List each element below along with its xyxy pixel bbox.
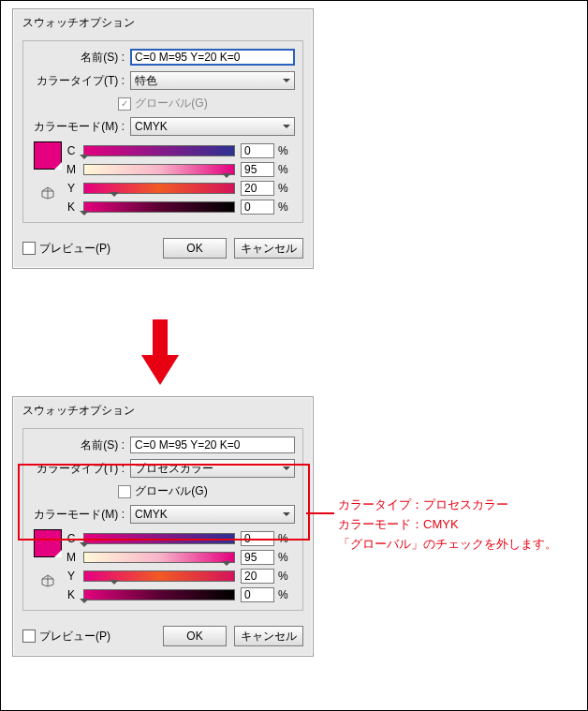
global-checkbox[interactable]: [118, 485, 131, 498]
svg-marker-3: [141, 319, 179, 385]
color-swatch: [34, 529, 62, 557]
colortype-select[interactable]: プロセスカラー: [130, 459, 295, 478]
channel-m-label: M: [65, 163, 78, 176]
colormode-value: CMYK: [135, 508, 168, 521]
slider-k[interactable]: [83, 201, 235, 213]
name-input[interactable]: C=0 M=95 Y=20 K=0: [130, 437, 295, 453]
swatch-options-dialog-before: スウォッチオプション 名前(S) : C=0 M=95 Y=20 K=0 カラー…: [12, 8, 314, 269]
swatch-options-dialog-after: スウォッチオプション 名前(S) : C=0 M=95 Y=20 K=0 カラー…: [12, 396, 314, 657]
channel-y-label: Y: [65, 570, 78, 583]
colormode-select[interactable]: CMYK: [130, 117, 295, 136]
channel-k-label: K: [65, 200, 78, 214]
preview-checkbox[interactable]: [22, 630, 36, 643]
slider-area: C 0 % M 95 % Y 20 % K: [31, 141, 295, 216]
annotation-text: カラータイプ：プロセスカラー カラーモード：CMYK 「グローバル」のチェックを…: [338, 496, 557, 554]
value-y[interactable]: 20: [241, 181, 274, 196]
ok-button[interactable]: OK: [163, 626, 227, 646]
color-swatch: [34, 141, 62, 170]
annotation-line1: カラータイプ：プロセスカラー: [338, 496, 557, 515]
value-k[interactable]: 0: [241, 200, 274, 215]
value-m[interactable]: 95: [241, 550, 274, 565]
ok-button[interactable]: OK: [163, 238, 227, 259]
cancel-button[interactable]: キャンセル: [234, 626, 303, 646]
slider-m[interactable]: [83, 164, 235, 175]
out-of-gamut-icon: [41, 574, 54, 587]
cancel-button[interactable]: キャンセル: [234, 238, 303, 259]
colortype-value: プロセスカラー: [135, 461, 213, 477]
colormode-value: CMYK: [135, 120, 168, 133]
colormode-label: カラーモード(M) :: [31, 507, 130, 523]
out-of-gamut-icon: [41, 186, 54, 200]
pct: %: [274, 163, 295, 176]
colormode-label: カラーモード(M) :: [31, 119, 130, 135]
slider-y[interactable]: [83, 570, 235, 582]
global-label: グローバル(G): [135, 483, 207, 499]
value-c[interactable]: 0: [241, 143, 274, 158]
channel-y-label: Y: [65, 182, 78, 195]
channel-c-label: C: [65, 144, 78, 157]
pct: %: [274, 588, 295, 601]
channel-k-label: K: [65, 588, 78, 601]
colortype-label: カラータイプ(T) :: [31, 461, 130, 477]
pct: %: [274, 551, 295, 564]
global-label: グローバル(G): [135, 96, 207, 111]
preview-label: プレビュー(P): [39, 629, 110, 644]
colortype-label: カラータイプ(T) :: [31, 73, 130, 89]
pct: %: [274, 182, 295, 195]
annotation-connector: [306, 512, 334, 514]
pct: %: [274, 532, 295, 545]
value-y[interactable]: 20: [241, 569, 274, 584]
pct: %: [274, 570, 295, 583]
value-m[interactable]: 95: [241, 162, 274, 177]
preview-label: プレビュー(P): [39, 241, 110, 257]
colortype-select[interactable]: 特色: [130, 71, 295, 90]
slider-c[interactable]: [83, 145, 235, 156]
colortype-value: 特色: [135, 73, 157, 89]
name-label: 名前(S) :: [31, 437, 130, 453]
channel-c-label: C: [65, 532, 78, 545]
annotation-line2: カラーモード：CMYK: [338, 515, 557, 535]
name-input[interactable]: C=0 M=95 Y=20 K=0: [130, 49, 295, 66]
dialog-body: 名前(S) : C=0 M=95 Y=20 K=0 カラータイプ(T) : プロ…: [22, 428, 303, 611]
colormode-select[interactable]: CMYK: [130, 505, 295, 524]
slider-m[interactable]: [83, 552, 235, 563]
pct: %: [274, 144, 295, 157]
preview-checkbox[interactable]: [22, 242, 36, 255]
dialog-body: 名前(S) : C=0 M=95 Y=20 K=0 カラータイプ(T) : 特色…: [22, 40, 303, 223]
slider-c[interactable]: [83, 533, 235, 544]
annotation-line3: 「グローバル」のチェックを外します。: [338, 535, 557, 555]
global-checkbox: [118, 97, 131, 111]
dialog-title: スウォッチオプション: [13, 9, 313, 37]
value-c[interactable]: 0: [241, 531, 274, 546]
channel-m-label: M: [65, 551, 78, 564]
pct: %: [274, 200, 295, 214]
slider-y[interactable]: [83, 183, 235, 194]
slider-k[interactable]: [83, 589, 235, 600]
dialog-title: スウォッチオプション: [13, 397, 313, 424]
down-arrow-icon: [141, 319, 179, 385]
slider-area: C 0 % M 95 % Y 20 % K: [31, 529, 295, 604]
name-label: 名前(S) :: [31, 50, 130, 66]
value-k[interactable]: 0: [241, 587, 274, 602]
